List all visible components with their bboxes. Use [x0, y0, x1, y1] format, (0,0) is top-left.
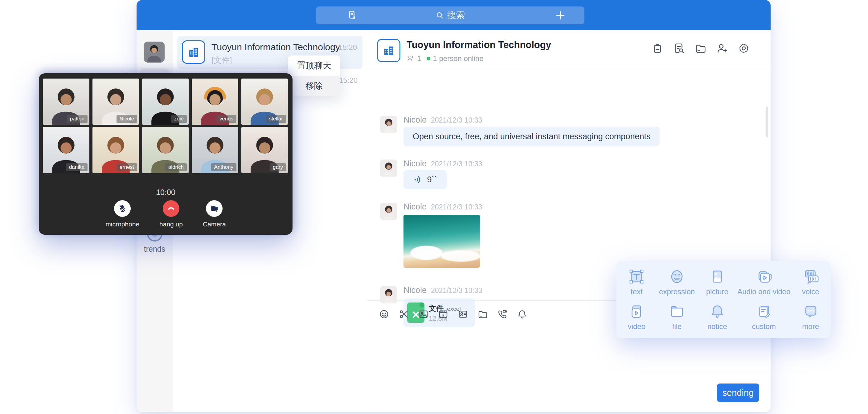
- sender-avatar[interactable]: [380, 116, 397, 133]
- search-history-icon[interactable]: [673, 42, 685, 54]
- menu-item-remove[interactable]: 移除: [288, 76, 340, 96]
- conversation-title: Tuoyun Information Technology: [212, 42, 340, 52]
- group-call-icon[interactable]: [652, 42, 663, 54]
- chat-title: Tuoyun Information Technology: [407, 39, 551, 51]
- message-sender-row: Nicole2021/12/3 10:33: [403, 159, 482, 168]
- camera-button[interactable]: Camera: [203, 200, 226, 228]
- sender-avatar[interactable]: [380, 160, 397, 177]
- participant-name: Anthony: [211, 163, 237, 171]
- voice-feature-icon: [802, 268, 819, 286]
- chat-header: Tuoyun Information Technology 1 1 person…: [367, 30, 771, 69]
- participant-name: stellar: [266, 115, 286, 123]
- participant-tile[interactable]: zoie: [142, 78, 189, 125]
- message-sender-row: Nicole2021/12/3 10:33: [403, 115, 482, 125]
- notice-icon: [708, 302, 726, 320]
- feature-voice[interactable]: voice: [790, 264, 831, 299]
- feature-video[interactable]: video: [617, 299, 657, 334]
- online-status: 1 person online: [433, 54, 483, 63]
- participant-name: zoie: [171, 115, 187, 123]
- participant-tile[interactable]: venus: [192, 78, 238, 125]
- scrollbar-thumb[interactable]: [766, 106, 768, 137]
- message-time: 2021/12/3 10:33: [431, 116, 482, 124]
- feature-label: notice: [707, 322, 727, 331]
- participant-tile[interactable]: gary: [241, 127, 288, 173]
- hang-up-button[interactable]: hang up: [159, 200, 183, 228]
- participant-name: Nicole: [117, 115, 137, 123]
- image-message[interactable]: [403, 215, 480, 268]
- microphone-muted-icon: [114, 200, 131, 217]
- trends-label: trends: [136, 245, 173, 254]
- feature-label: more: [802, 322, 819, 331]
- picture-feature-icon: [708, 268, 726, 286]
- feature-picture[interactable]: picture: [697, 264, 737, 299]
- feature-label: file: [672, 322, 682, 331]
- video-message-icon[interactable]: [438, 309, 448, 319]
- picture-icon[interactable]: [418, 309, 429, 319]
- feature-label: voice: [802, 287, 819, 296]
- microphone-button[interactable]: microphone: [105, 200, 139, 228]
- add-member-icon[interactable]: [716, 42, 728, 54]
- participant-name: patton: [67, 115, 88, 123]
- current-user-avatar[interactable]: [144, 41, 164, 63]
- screenshot-icon[interactable]: [399, 309, 409, 319]
- participant-name: ernest: [117, 163, 137, 171]
- participant-tile[interactable]: Nicole: [92, 78, 139, 125]
- notification-icon[interactable]: [517, 309, 527, 319]
- camera-off-icon: [206, 200, 222, 217]
- feature-expression[interactable]: expression: [657, 264, 697, 299]
- participant-tile[interactable]: patton: [43, 78, 89, 125]
- conversation-time: 15:20: [338, 43, 357, 52]
- emoji-icon[interactable]: [379, 309, 389, 319]
- menu-item-pin-chat[interactable]: 置顶聊天: [288, 56, 340, 76]
- sender-avatar[interactable]: [380, 203, 397, 220]
- avatar-placeholder: [380, 286, 397, 304]
- feature-notice[interactable]: notice: [697, 299, 737, 334]
- participant-tile[interactable]: danika: [43, 127, 89, 173]
- text-message-bubble[interactable]: Open source, free, and universal instant…: [403, 127, 660, 146]
- message-time: 2021/12/3 10:33: [431, 203, 482, 211]
- message-sender-row: Nicole2021/12/3 10:33: [403, 286, 482, 295]
- camera-label: Camera: [203, 221, 226, 228]
- call-timer: 10:00: [39, 188, 292, 197]
- feature-label: expression: [659, 287, 695, 296]
- hang-up-icon: [163, 200, 179, 217]
- feature-more[interactable]: more: [790, 299, 831, 334]
- feature-label: custom: [752, 322, 776, 331]
- participant-tile[interactable]: stellar: [241, 78, 288, 125]
- conversation-time: 15:20: [339, 76, 358, 85]
- video-feature-icon: [627, 302, 646, 320]
- avatar-placeholder: [380, 203, 397, 220]
- more-icon: [802, 302, 819, 320]
- participant-tile[interactable]: Anthony: [192, 127, 238, 173]
- message-sender-row: Nicole2021/12/3 10:33: [403, 202, 482, 212]
- add-icon[interactable]: [554, 9, 566, 22]
- settings-icon[interactable]: [738, 42, 750, 54]
- file-manager-icon[interactable]: [695, 42, 707, 54]
- voice-message-bubble[interactable]: 9``: [403, 170, 447, 189]
- feature-audio-video[interactable]: Audio and video: [737, 264, 790, 299]
- participant-tile[interactable]: aldrich: [142, 127, 189, 173]
- custom-icon: [755, 302, 773, 320]
- feature-custom[interactable]: custom: [737, 299, 790, 334]
- sender-avatar[interactable]: [380, 286, 397, 304]
- chat-header-actions: [652, 42, 750, 54]
- hang-up-label: hang up: [159, 221, 183, 228]
- search-placeholder: 搜索: [447, 9, 465, 22]
- feature-label: video: [628, 322, 646, 331]
- participant-name: danika: [66, 163, 88, 171]
- file-feature-icon: [668, 302, 686, 320]
- feature-text[interactable]: text: [617, 264, 657, 299]
- feature-file[interactable]: file: [657, 299, 697, 334]
- microphone-label: microphone: [105, 221, 139, 228]
- search-field[interactable]: 搜索: [316, 6, 584, 24]
- file-upload-icon[interactable]: [477, 309, 488, 319]
- participant-name: venus: [216, 115, 237, 123]
- participant-tile[interactable]: ernest: [92, 127, 139, 173]
- contact-card-icon[interactable]: [458, 309, 468, 319]
- video-call-icon[interactable]: [497, 309, 508, 319]
- send-button[interactable]: sending: [717, 383, 759, 402]
- search-bar[interactable]: 搜索: [316, 6, 584, 24]
- page: 搜索 trend: [0, 0, 868, 414]
- participant-name: aldrich: [165, 163, 187, 171]
- participant-name: gary: [270, 163, 286, 171]
